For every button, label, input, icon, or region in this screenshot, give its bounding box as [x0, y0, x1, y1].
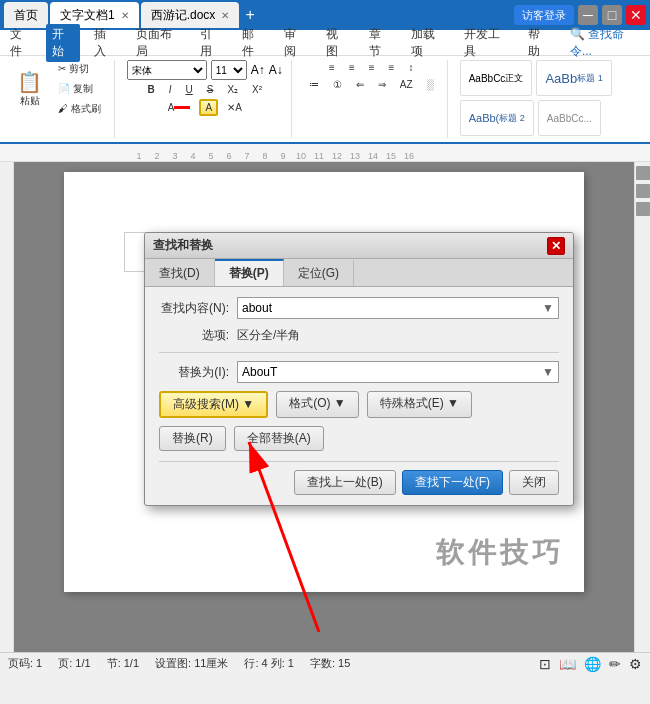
indent-increase-button[interactable]: ⇒ — [373, 77, 391, 92]
menu-devtool[interactable]: 开发工具 — [458, 24, 514, 62]
view-web-button[interactable]: 🌐 — [584, 656, 601, 672]
maximize-button[interactable]: □ — [602, 5, 622, 25]
sidebar-btn-3[interactable] — [636, 202, 650, 216]
copy-button[interactable]: 📄 复制 — [53, 80, 106, 98]
find-value: about — [242, 301, 272, 315]
menu-file[interactable]: 文件 — [4, 24, 38, 62]
right-sidebar — [634, 162, 650, 652]
menu-search[interactable]: 🔍 查找命令... — [564, 24, 646, 62]
menu-mail[interactable]: 邮件 — [236, 24, 270, 62]
dialog-title: 查找和替换 — [153, 237, 547, 254]
watermark: 软件技巧 — [436, 534, 564, 572]
menu-view[interactable]: 视图 — [320, 24, 354, 62]
edit-button[interactable]: ✏ — [609, 656, 621, 672]
find-label: 查找内容(N): — [159, 300, 229, 317]
view-read-button[interactable]: 📖 — [559, 656, 576, 672]
align-right-button[interactable]: ≡ — [364, 60, 380, 75]
menu-review[interactable]: 审阅 — [278, 24, 312, 62]
clear-format-button[interactable]: ✕A — [222, 100, 247, 115]
menu-help[interactable]: 帮助 — [522, 24, 556, 62]
cut-button[interactable]: ✂ 剪切 — [53, 60, 106, 78]
paste-button[interactable]: 📋 粘贴 — [10, 61, 49, 117]
replace-all-button[interactable]: 全部替换(A) — [234, 426, 324, 451]
style-heading1[interactable]: AaBb标题 1 — [536, 60, 611, 96]
ribbon-font-row3: A A ✕A — [163, 99, 247, 116]
subscript-button[interactable]: X₂ — [222, 82, 243, 97]
justify-button[interactable]: ≡ — [384, 60, 400, 75]
doc-content[interactable]: about about about about about 查找和替换 ✕ 查找… — [14, 162, 634, 652]
find-row: 查找内容(N): about ▼ — [159, 297, 559, 319]
status-page: 页码: 1 — [8, 656, 42, 671]
view-layout-button[interactable]: ⊡ — [539, 656, 551, 672]
bold-button[interactable]: B — [143, 82, 160, 97]
underline-button[interactable]: U — [181, 82, 198, 97]
ribbon-para-row1: ≡ ≡ ≡ ≡ ↕ — [324, 60, 418, 75]
font-size-select[interactable]: 11 — [211, 60, 247, 80]
font-shrink-button[interactable]: A↓ — [269, 63, 283, 77]
advanced-search-button[interactable]: 高级搜索(M) ▼ — [159, 391, 268, 418]
find-input[interactable]: about ▼ — [237, 297, 559, 319]
close-dialog-button[interactable]: 关闭 — [509, 470, 559, 495]
minimize-button[interactable]: ─ — [578, 5, 598, 25]
style-more[interactable]: AaBbCc... — [538, 100, 601, 136]
status-section: 页: 1/1 — [58, 656, 90, 671]
style-heading2[interactable]: AaBb(标题 2 — [460, 100, 534, 136]
format-button[interactable]: 格式(O) ▼ — [276, 391, 359, 418]
tab-xiyouji-close[interactable]: ✕ — [221, 10, 229, 21]
sort-button[interactable]: AZ — [395, 77, 418, 92]
italic-button[interactable]: I — [164, 82, 177, 97]
find-prev-button[interactable]: 查找上一处(B) — [294, 470, 396, 495]
highlight-button[interactable]: A — [199, 99, 218, 116]
font-family-select[interactable]: 宋体 — [127, 60, 207, 80]
format-paint-button[interactable]: 🖌 格式刷 — [53, 100, 106, 118]
dialog-close-button[interactable]: ✕ — [547, 237, 565, 255]
numbered-list-button[interactable]: ① — [328, 77, 347, 92]
menu-edit[interactable]: 开始 — [46, 24, 80, 62]
close-button[interactable]: ✕ — [626, 5, 646, 25]
replace-dropdown-icon[interactable]: ▼ — [542, 365, 554, 379]
ribbon-clipboard-row: 📋 粘贴 ✂ 剪切 📄 复制 🖌 格式刷 — [10, 60, 106, 118]
dialog-tab-find[interactable]: 查找(D) — [145, 259, 215, 286]
menu-addon[interactable]: 加载项 — [405, 24, 450, 62]
superscript-button[interactable]: X² — [247, 82, 267, 97]
special-format-button[interactable]: 特殊格式(E) ▼ — [367, 391, 472, 418]
sidebar-btn-2[interactable] — [636, 184, 650, 198]
status-char: 字数: 15 — [310, 656, 350, 671]
find-dropdown-icon[interactable]: ▼ — [542, 301, 554, 315]
status-line: 节: 1/1 — [107, 656, 139, 671]
menu-chapter[interactable]: 章节 — [363, 24, 397, 62]
add-tab-button[interactable]: + — [245, 6, 254, 24]
dialog-tab-replace[interactable]: 替换(P) — [215, 259, 284, 286]
dialog-separator — [159, 352, 559, 353]
status-layout: 设置图: 11厘米 — [155, 656, 228, 671]
ribbon-font: 宋体 11 A↑ A↓ B I U S X₂ X² A A ✕A — [123, 60, 292, 138]
tab-doc1-close[interactable]: ✕ — [121, 10, 129, 21]
font-color-button[interactable]: A — [163, 100, 196, 115]
replace-btn-row: 替换(R) 全部替换(A) — [159, 426, 559, 451]
line-spacing-button[interactable]: ↕ — [403, 60, 418, 75]
menu-ref[interactable]: 引用 — [194, 24, 228, 62]
document-page[interactable]: about about about about about 查找和替换 ✕ 查找… — [64, 172, 584, 592]
bullet-list-button[interactable]: ≔ — [304, 77, 324, 92]
sidebar-btn-1[interactable] — [636, 166, 650, 180]
style-normal[interactable]: AaBbCc正文 — [460, 60, 533, 96]
settings-button[interactable]: ⚙ — [629, 656, 642, 672]
options-value: 区分全/半角 — [237, 327, 300, 344]
replace-button[interactable]: 替换(R) — [159, 426, 226, 451]
shading-button[interactable]: ░ — [422, 77, 439, 92]
align-center-button[interactable]: ≡ — [344, 60, 360, 75]
dialog-tab-goto[interactable]: 定位(G) — [284, 259, 354, 286]
replace-value: AbouT — [242, 365, 277, 379]
align-left-button[interactable]: ≡ — [324, 60, 340, 75]
indent-decrease-button[interactable]: ⇐ — [351, 77, 369, 92]
login-button[interactable]: 访客登录 — [514, 5, 574, 25]
find-next-button[interactable]: 查找下一处(F) — [402, 470, 503, 495]
status-col: 行: 4 列: 1 — [244, 656, 294, 671]
paste-icon: 📋 — [17, 70, 42, 94]
menu-page[interactable]: 页面布局 — [130, 24, 186, 62]
ribbon-clipboard: 📋 粘贴 ✂ 剪切 📄 复制 🖌 格式刷 — [6, 60, 115, 138]
replace-input[interactable]: AbouT ▼ — [237, 361, 559, 383]
menu-insert[interactable]: 插入 — [88, 24, 122, 62]
font-grow-button[interactable]: A↑ — [251, 63, 265, 77]
strikethrough-button[interactable]: S — [202, 82, 219, 97]
